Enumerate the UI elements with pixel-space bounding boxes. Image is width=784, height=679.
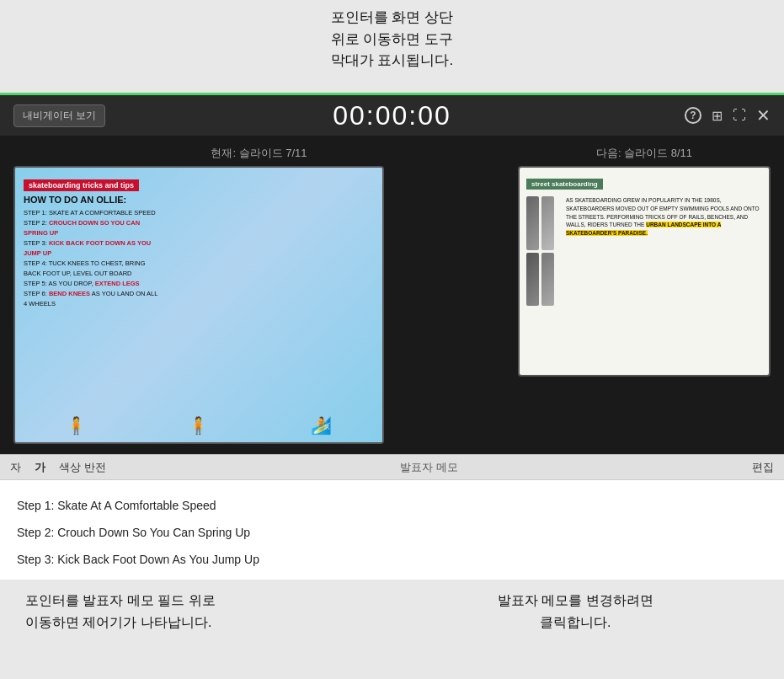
annotation-left: 포인터를 발표자 메모 필드 위로 이동하면 제어기가 나타납니다. <box>25 590 392 633</box>
notes-toolbar-large-text[interactable]: 가 <box>35 460 45 475</box>
notes-toolbar-small-text[interactable]: 자 <box>10 460 21 475</box>
notes-toolbar-color-invert[interactable]: 색상 반전 <box>59 460 106 475</box>
next-slide-label: 다음: 슬라이드 8/11 <box>518 146 771 161</box>
figure2: 🧍 <box>188 415 209 436</box>
slide7-tag: skateboarding tricks and tips <box>24 179 139 191</box>
tooltip-top-text: 포인터를 화면 상단 위로 이동하면 도구 막대가 표시됩니다. <box>331 7 453 72</box>
next-slide-text: AS SKATEBOARDING GREW IN POPULARITY IN T… <box>566 196 762 306</box>
photo3 <box>526 253 539 307</box>
timer-display: 00:00:00 <box>333 100 451 131</box>
slide7-content: skateboarding tricks and tips HOW TO DO … <box>15 168 382 442</box>
notes-line-3: Step 3: Kick Back Foot Down As You Jump … <box>17 548 767 571</box>
next-slide-frame[interactable]: street skateboarding AS SKATEBOARDING GR… <box>518 166 771 377</box>
step3b: JUMP UP <box>24 249 374 259</box>
step3: STEP 3: KICK BACK FOOT DOWN AS YOU <box>24 238 374 249</box>
current-slide-frame[interactable]: skateboarding tricks and tips HOW TO DO … <box>13 166 384 444</box>
close-button[interactable]: ✕ <box>756 105 771 126</box>
notes-line-2: Step 2: Crouch Down So You Can Spring Up <box>17 521 767 544</box>
annotation-right: 발표자 메모를 변경하려면 클릭합니다. <box>392 590 760 633</box>
next-slide-container: 다음: 슬라이드 8/11 street skateboarding AS SK… <box>518 146 771 444</box>
slide7-background: skateboarding tricks and tips HOW TO DO … <box>15 168 382 442</box>
slides-area: 현재: 슬라이드 7/11 skateboarding tricks and t… <box>0 136 784 454</box>
highlighted-text: URBAN LANDSCAPE INTO A SKATEBOARDER'S PA… <box>566 222 721 236</box>
photo1 <box>526 196 539 250</box>
slide7-title: HOW TO DO AN OLLIE: <box>24 195 374 205</box>
current-slide-container: 현재: 슬라이드 7/11 skateboarding tricks and t… <box>13 146 504 444</box>
step2b: SPRING UP <box>24 228 374 238</box>
notes-toolbar-edit[interactable]: 편집 <box>752 460 774 475</box>
photo2 <box>541 196 554 250</box>
tooltip-top: 포인터를 화면 상단 위로 이동하면 도구 막대가 표시됩니다. <box>0 0 784 101</box>
next-slide-tag: street skateboarding <box>526 179 603 190</box>
step6b: 4 WHEELS <box>24 299 374 309</box>
slide7-steps: STEP 1: SKATE AT A COMFORTABLE SPEED STE… <box>24 208 374 309</box>
figure3: 🏄 <box>311 415 332 436</box>
next-slide-inner: street skateboarding AS SKATEBOARDING GR… <box>520 168 769 313</box>
step1: STEP 1: SKATE AT A COMFORTABLE SPEED <box>24 208 374 218</box>
slide7-figures: 🧍 🧍 🏄 <box>15 415 382 436</box>
navigator-button[interactable]: 내비게이터 보기 <box>13 104 105 127</box>
step2: STEP 2: CROUCH DOWN SO YOU CAN <box>24 218 374 228</box>
current-slide-label: 현재: 슬라이드 7/11 <box>13 146 504 161</box>
step6: STEP 6: BEND KNEES AS YOU LAND ON ALL <box>24 289 374 299</box>
presentation-window: 내비게이터 보기 00:00:00 ? ⊞ ⛶ ✕ 현재: 슬라이드 7/11 … <box>0 93 784 615</box>
step5: STEP 5: AS YOU DROP, EXTEND LEGS <box>24 279 374 289</box>
resize-icon[interactable]: ⛶ <box>733 108 746 123</box>
top-bar: 내비게이터 보기 00:00:00 ? ⊞ ⛶ ✕ <box>0 95 784 136</box>
step4: STEP 4: TUCK KNEES TO CHEST, BRING <box>24 259 374 269</box>
figure1: 🧍 <box>66 415 87 436</box>
notes-toolbar: 자 가 색상 반전 발표자 메모 편집 <box>0 454 784 479</box>
grid-view-icon[interactable]: ⊞ <box>712 108 723 124</box>
top-bar-icons: ? ⊞ ⛶ ✕ <box>685 105 771 126</box>
next-slide-photos <box>526 196 554 306</box>
notes-line-1: Step 1: Skate At A Comfortable Speed <box>17 494 767 517</box>
photo4 <box>541 253 554 307</box>
help-icon[interactable]: ? <box>685 107 701 124</box>
bottom-annotations: 포인터를 발표자 메모 필드 위로 이동하면 제어기가 나타납니다. 발표자 메… <box>0 580 784 646</box>
next-slide-body: AS SKATEBOARDING GREW IN POPULARITY IN T… <box>526 196 762 306</box>
notes-toolbar-center-label: 발표자 메모 <box>120 460 739 475</box>
step4b: BACK FOOT UP, LEVEL OUT BOARD <box>24 269 374 279</box>
